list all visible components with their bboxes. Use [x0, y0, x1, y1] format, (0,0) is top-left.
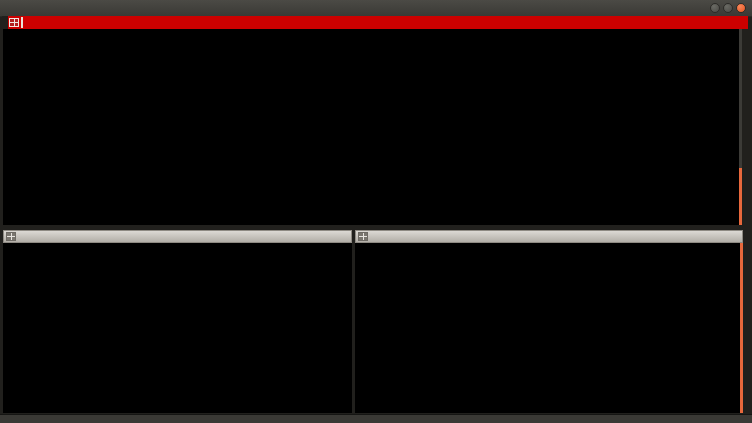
terminal-group-icon[interactable] — [9, 18, 19, 27]
window-bottom-edge — [0, 414, 752, 423]
htop-terminal[interactable] — [3, 243, 352, 413]
right-scrollbar-thumb[interactable] — [740, 243, 743, 413]
titlebar-lead — [2, 16, 8, 29]
close-button[interactable] — [736, 3, 746, 13]
top-terminal[interactable] — [3, 29, 739, 225]
left-pane-titlebar[interactable] — [3, 230, 352, 243]
window-titlebar[interactable] — [0, 0, 752, 17]
window-controls — [710, 3, 746, 13]
titlebar-caret — [21, 17, 23, 28]
active-pane-titlebar[interactable] — [2, 16, 748, 29]
terminal-group-icon[interactable] — [358, 232, 368, 241]
right-pane-titlebar[interactable] — [355, 230, 743, 243]
ls-terminal[interactable] — [355, 243, 740, 413]
minimize-button[interactable] — [710, 3, 720, 13]
top-scrollbar-thumb[interactable] — [739, 168, 742, 225]
maximize-button[interactable] — [723, 3, 733, 13]
terminal-group-icon[interactable] — [6, 232, 16, 241]
